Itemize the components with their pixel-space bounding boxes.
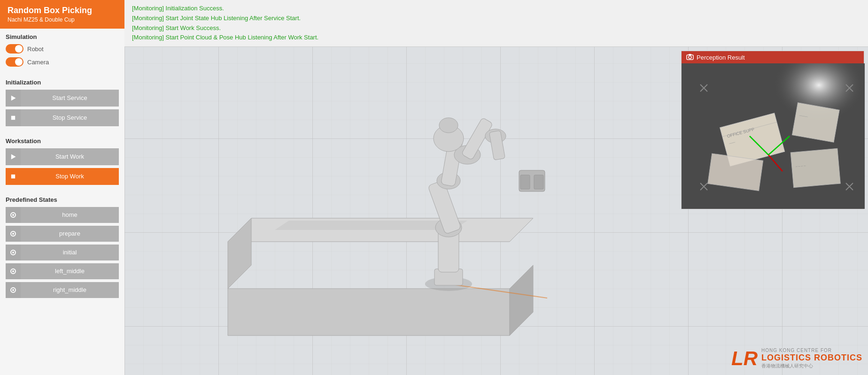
stop-service-icon-btn[interactable]: [6, 109, 21, 126]
simulation-title: Simulation: [6, 33, 119, 40]
log-line-3: [Monitoring] Start Work Success.: [132, 23, 860, 33]
svg-marker-2: [11, 154, 16, 159]
stop-service-row: Stop Service: [6, 109, 119, 126]
svg-rect-3: [11, 175, 15, 178]
camera-toggle-row: Camera: [6, 57, 119, 67]
state-prepare-row: prepare: [6, 226, 119, 242]
state-left-middle-row: left_middle: [6, 263, 119, 279]
state-home-icon: [6, 207, 21, 223]
perception-svg: OFFICE SUPP ___ ____ _ _ _ _: [682, 63, 865, 209]
state-left-middle-icon: [6, 263, 21, 279]
start-work-button[interactable]: Start Work: [21, 148, 119, 165]
state-initial-row: initial: [6, 245, 119, 260]
logo-area: LR HONG KONG CENTRE FOR LOGISTICS ROBOTI…: [731, 348, 862, 369]
state-left-middle-button[interactable]: left_middle: [21, 263, 119, 279]
log-line-1: [Monitoring] Initialization Success.: [132, 4, 860, 14]
svg-rect-36: [534, 175, 543, 189]
logo-lr-text: LR: [731, 349, 758, 368]
predefined-title: Predefined States: [6, 196, 119, 203]
svg-rect-48: [792, 103, 839, 143]
svg-point-11: [12, 270, 14, 272]
start-work-row: Start Work: [6, 148, 119, 165]
svg-point-38: [439, 118, 458, 133]
workstation-title: Workstation: [6, 138, 119, 145]
svg-rect-1: [11, 116, 15, 120]
svg-point-13: [12, 289, 14, 291]
sidebar: Random Box Picking Nachi MZ25 & Double C…: [0, 0, 124, 375]
state-right-middle-icon: [6, 282, 21, 298]
start-work-icon-btn[interactable]: [6, 148, 21, 165]
state-initial-icon: [6, 245, 21, 260]
perception-header: Perception Result: [682, 51, 864, 63]
logo-hk-text: HONG KONG CENTRE FOR: [761, 348, 862, 353]
stop-work-row: Stop Work: [6, 168, 119, 185]
start-service-button[interactable]: Start Service: [21, 90, 119, 107]
robot-toggle-label: Robot: [27, 46, 44, 53]
stop-service-button[interactable]: Stop Service: [21, 109, 119, 126]
svg-point-7: [12, 233, 14, 235]
svg-point-9: [12, 252, 14, 253]
log-line-2: [Monitoring] Start Joint State Hub Liste…: [132, 14, 860, 23]
svg-marker-17: [228, 289, 510, 336]
app-subtitle: Nachi MZ25 & Double Cup: [8, 16, 117, 23]
log-area: [Monitoring] Initialization Success. [Mo…: [124, 0, 868, 47]
logo-cn-text: 香港物流機械人研究中心: [761, 363, 862, 369]
state-home-button[interactable]: home: [21, 207, 119, 223]
svg-point-40: [689, 56, 691, 59]
state-right-middle-button[interactable]: right_middle: [21, 282, 119, 298]
svg-rect-41: [689, 54, 691, 55]
start-service-icon-btn[interactable]: [6, 90, 21, 107]
svg-point-5: [12, 214, 14, 216]
main-area: [Monitoring] Initialization Success. [Mo…: [124, 0, 868, 375]
svg-rect-50: [790, 148, 840, 187]
robot-toggle-row: Robot: [6, 44, 119, 54]
svg-marker-0: [11, 95, 16, 100]
state-home-row: home: [6, 207, 119, 223]
state-prepare-icon: [6, 226, 21, 242]
camera-toggle[interactable]: [6, 57, 23, 67]
svg-rect-35: [520, 175, 530, 189]
initialization-title: Initialization: [6, 79, 119, 86]
stop-work-button[interactable]: Stop Work: [21, 168, 119, 185]
state-initial-button[interactable]: initial: [21, 245, 119, 260]
perception-image: OFFICE SUPP ___ ____ _ _ _ _: [682, 63, 865, 209]
log-line-4: [Monitoring] Start Point Cloud & Pose Hu…: [132, 33, 860, 43]
app-title: Random Box Picking: [8, 6, 117, 15]
start-service-row: Start Service: [6, 90, 119, 107]
state-right-middle-row: right_middle: [6, 282, 119, 298]
robot-toggle[interactable]: [6, 44, 23, 54]
perception-panel: Perception Result: [681, 51, 864, 209]
camera-toggle-label: Camera: [27, 59, 49, 66]
logo-text-block: HONG KONG CENTRE FOR LOGISTICS ROBOTICS …: [761, 348, 862, 369]
state-prepare-button[interactable]: prepare: [21, 226, 119, 242]
simulation-section: Simulation Robot Camera: [0, 29, 124, 74]
workstation-section: Workstation Start Work Stop Work: [0, 133, 124, 191]
stop-work-icon-btn[interactable]: [6, 168, 21, 185]
logo-main-text: LOGISTICS ROBOTICS: [761, 353, 862, 363]
sidebar-header: Random Box Picking Nachi MZ25 & Double C…: [0, 0, 124, 29]
predefined-section: Predefined States home prepare: [0, 191, 124, 305]
3d-viewport[interactable]: Perception Result: [124, 47, 868, 375]
perception-title: Perception Result: [697, 54, 745, 61]
initialization-section: Initialization Start Service Stop Servic…: [0, 74, 124, 133]
camera-icon: [686, 54, 694, 61]
